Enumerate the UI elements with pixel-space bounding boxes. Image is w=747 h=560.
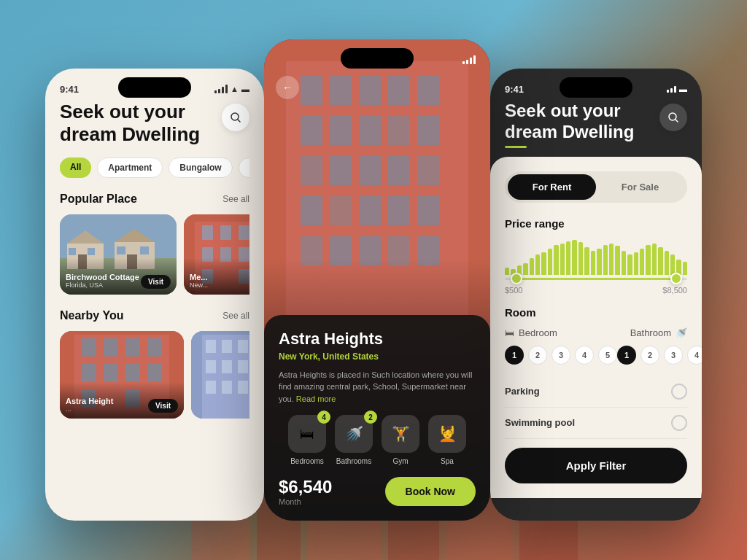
price-bar [640, 249, 644, 274]
price-bar [670, 254, 675, 275]
svg-rect-54 [206, 381, 216, 394]
room-section-title: Room [505, 306, 687, 319]
price-bar [627, 254, 632, 275]
price-amount: $6,540 [279, 477, 332, 497]
price-bar [535, 254, 540, 275]
price-bar [530, 258, 534, 275]
price-bar [622, 251, 626, 275]
svg-rect-48 [206, 340, 216, 353]
search-button-3[interactable] [659, 104, 687, 131]
svg-rect-76 [359, 196, 381, 225]
amenity-spa: 💆 Spa [428, 415, 466, 465]
nearby-section-header: Nearby You See all [60, 309, 249, 322]
price-bar [615, 246, 619, 274]
phone-home: 9:41 ▲ ▬ Seek out your dream Dwelling [45, 69, 264, 521]
signal-icon-2 [462, 55, 476, 64]
parking-checkbox[interactable] [671, 384, 687, 400]
amenity-bedrooms-badge: 4 [317, 411, 330, 424]
gym-icon: 🏋 [392, 425, 410, 443]
wifi-icon-1: ▲ [231, 85, 239, 93]
search-button-1[interactable] [222, 104, 249, 131]
price-row: $6,540 Month Book Now [279, 477, 476, 506]
battery-icon-1: ▬ [241, 85, 249, 93]
nearby-card-2 [191, 331, 249, 419]
price-slider-track[interactable] [505, 278, 687, 280]
popular-card-2-image: Me... New... [184, 214, 249, 295]
price-thumb-left[interactable] [511, 273, 522, 284]
svg-rect-43 [147, 364, 162, 382]
filter-sheet: For Rent For Sale Price range $500 $8,50… [490, 157, 702, 498]
book-now-button[interactable]: Book Now [385, 477, 476, 506]
svg-rect-42 [125, 364, 140, 382]
svg-rect-73 [417, 156, 439, 185]
p3-header: Seek out your dream Dwelling [490, 101, 702, 157]
nearby-card-1-visit[interactable]: Visit [148, 399, 178, 413]
dynamic-island-3 [560, 77, 632, 98]
building-svg-2 [191, 331, 249, 419]
filter-tab-all[interactable]: All [60, 158, 91, 178]
parking-label: Parking [505, 386, 540, 397]
for-rent-toggle[interactable]: For Rent [508, 174, 596, 200]
popular-card-2-overlay: Me... New... [184, 258, 249, 295]
bedroom-btn-1[interactable]: 1 [505, 346, 524, 365]
price-min-label: $500 [505, 286, 522, 295]
back-button[interactable]: ← [276, 76, 299, 99]
filter-tab-bungalow[interactable]: Bungalow [169, 158, 232, 178]
apply-filter-button[interactable]: Apply Filter [505, 448, 687, 483]
popular-card-1-visit[interactable]: Visit [141, 275, 171, 289]
svg-rect-77 [388, 196, 410, 225]
popular-cards: Birchwood Cottage Florida, USA Visit [60, 214, 249, 295]
price-slider-fill [514, 278, 678, 280]
price-max-label: $8,500 [662, 286, 687, 295]
bedroom-options: 1 2 3 4 5 [505, 346, 617, 365]
swimming-pool-checkbox[interactable] [671, 415, 687, 431]
svg-rect-26 [202, 225, 213, 240]
property-location: New York, United States [279, 351, 476, 362]
status-time-3: 9:41 [505, 84, 524, 95]
phone-detail: ← Astra Heights New York, United States … [264, 39, 490, 521]
bedroom-btn-4[interactable]: 4 [575, 346, 594, 365]
for-sale-toggle[interactable]: For Sale [596, 174, 684, 200]
filter-tab-condo[interactable]: Co... [239, 158, 249, 178]
amenity-spa-label: Spa [441, 457, 454, 465]
svg-rect-52 [222, 360, 232, 373]
signal-icon-3 [667, 86, 676, 93]
svg-rect-28 [239, 225, 249, 240]
price-thumb-right[interactable] [670, 273, 682, 284]
svg-line-10 [238, 120, 240, 122]
price-bar [591, 251, 595, 275]
popular-card-2-loc: New... [190, 281, 249, 289]
price-bar [652, 244, 657, 275]
price-bar [572, 240, 576, 275]
search-icon-3 [667, 112, 679, 123]
svg-rect-18 [88, 248, 95, 255]
svg-rect-49 [222, 340, 232, 353]
bathroom-btn-3[interactable]: 3 [664, 346, 683, 365]
price-bars-chart [505, 238, 687, 275]
phone-filter: 9:41 ▬ Seek out your dream Dwelling [490, 69, 702, 521]
price-bar [658, 247, 662, 275]
price-range-container: $500 $8,500 [505, 238, 687, 295]
bedroom-btn-2[interactable]: 2 [528, 346, 547, 365]
price-bar [683, 262, 687, 275]
svg-rect-62 [388, 76, 410, 105]
bedroom-btn-3[interactable]: 3 [551, 346, 570, 365]
popular-title: Popular Place [60, 192, 137, 206]
svg-rect-71 [359, 156, 381, 185]
filter-tab-apartment[interactable]: Apartment [97, 158, 163, 178]
bedroom-btn-5[interactable]: 5 [598, 346, 617, 365]
bathroom-btn-2[interactable]: 2 [640, 346, 659, 365]
read-more-link[interactable]: Read more [296, 394, 336, 403]
nearby-see-all[interactable]: See all [222, 311, 249, 321]
price-bar [505, 268, 509, 275]
nearby-cards: Astra Height ... Visit [60, 331, 249, 419]
nearby-card-1: Astra Height ... Visit [60, 331, 184, 419]
popular-see-all[interactable]: See all [222, 194, 249, 204]
bathroom-btn-1[interactable]: 1 [617, 346, 636, 365]
bathroom-btn-4[interactable]: 4 [687, 346, 702, 365]
subtitle-line [505, 146, 527, 148]
amenity-bathrooms-icon-wrap: 2 🚿 [335, 415, 373, 453]
svg-rect-39 [147, 338, 162, 357]
svg-rect-22 [117, 246, 125, 254]
price-bar [541, 252, 546, 274]
